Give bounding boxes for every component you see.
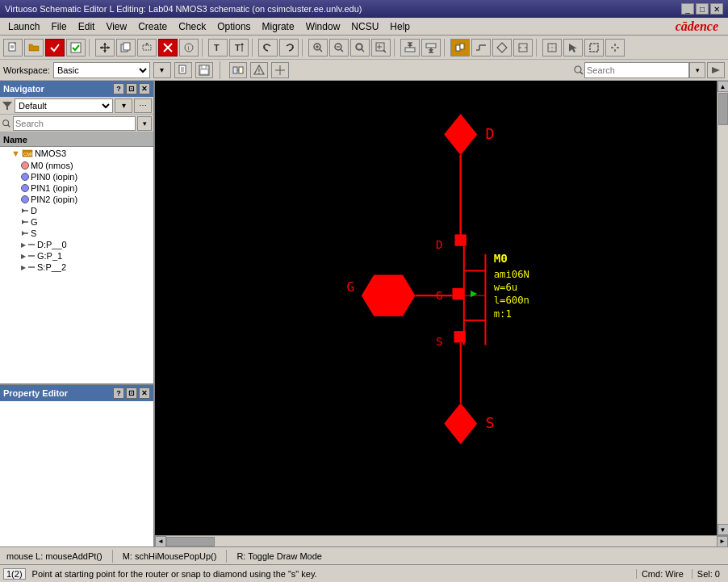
menu-edit[interactable]: Edit: [73, 19, 100, 34]
ws-bind-btn[interactable]: [229, 62, 247, 78]
workspace-label: Workspace:: [3, 65, 50, 75]
hierarchy-up-btn[interactable]: [400, 39, 420, 57]
menu-view[interactable]: View: [101, 19, 132, 34]
menu-file[interactable]: File: [46, 19, 71, 34]
svg-text:T: T: [214, 43, 220, 52]
pe-close-btn[interactable]: ✕: [139, 387, 150, 399]
svg-rect-73: [233, 67, 237, 73]
hierarchy-down-btn[interactable]: [421, 39, 441, 57]
text-btn[interactable]: T: [208, 39, 228, 57]
undo-btn[interactable]: [258, 39, 278, 57]
scroll-right-btn[interactable]: ►: [717, 536, 728, 547]
snap-btn[interactable]: [542, 39, 562, 57]
zoom-fit-btn[interactable]: [350, 39, 370, 57]
scroll-thumb-v[interactable]: [718, 93, 728, 125]
save-btn[interactable]: [45, 39, 65, 57]
tree-item-d[interactable]: D: [0, 205, 153, 216]
deselect-btn[interactable]: [605, 39, 625, 57]
trans-l: l=600n: [494, 295, 529, 306]
new-file-btn[interactable]: [3, 39, 23, 57]
search-dropdown-btn[interactable]: ▾: [689, 62, 705, 78]
property-editor-title-bar: Property Editor ? ⊡ ✕: [0, 385, 153, 401]
nav-search-drop-btn[interactable]: ▾: [137, 116, 152, 131]
navigator-help-btn[interactable]: ?: [113, 83, 124, 94]
net-arrow-sp2: ▶: [21, 264, 26, 271]
pe-float-btn[interactable]: ⊡: [126, 387, 137, 399]
attach-btn[interactable]: [450, 39, 470, 57]
menu-options[interactable]: Options: [212, 19, 255, 34]
ws-highlight-btn[interactable]: [250, 62, 268, 78]
search-go-btn[interactable]: [707, 62, 725, 78]
copy-btn[interactable]: [116, 39, 136, 57]
tree-item-s[interactable]: S: [0, 228, 153, 239]
sep3: [252, 39, 255, 57]
zoom-area-btn[interactable]: [371, 39, 391, 57]
tree-item-pin1[interactable]: PIN1 (iopin): [0, 182, 153, 194]
menu-launch[interactable]: Launch: [3, 19, 44, 34]
scroll-left-btn[interactable]: ◄: [155, 536, 166, 547]
tree-item-g[interactable]: G: [0, 216, 153, 228]
tree-item-nmos3[interactable]: ▼ CMP NMOS3: [0, 147, 153, 160]
workspace-bar: Workspace: Basic Advanced ▾ ▾: [0, 60, 728, 81]
zoom-out-btn[interactable]: [329, 39, 349, 57]
menu-help[interactable]: Help: [385, 19, 415, 34]
select-btn[interactable]: [584, 39, 604, 57]
check-all-btn[interactable]: [66, 39, 86, 57]
filter-select[interactable]: Default: [15, 98, 113, 113]
move-btn[interactable]: [95, 39, 115, 57]
tree-item-pin0[interactable]: PIN0 (iopin): [0, 171, 153, 182]
maximize-btn[interactable]: □: [696, 3, 709, 15]
cursor-btn[interactable]: [563, 39, 583, 57]
filter-more-btn[interactable]: ⋯: [134, 98, 152, 113]
tree-item-gp1[interactable]: ▶ G:P_1: [0, 250, 153, 262]
tree-item-m0[interactable]: M0 (nmos): [0, 160, 153, 171]
schematic-canvas[interactable]: D G: [155, 81, 717, 535]
minimize-btn[interactable]: _: [681, 3, 694, 15]
nav-search-input[interactable]: [13, 116, 136, 131]
open-file-btn[interactable]: [24, 39, 44, 57]
status-bar1: mouse L: mouseAddPt() M: schHiMousePopUp…: [0, 546, 728, 564]
scroll-up-btn[interactable]: ▲: [718, 81, 729, 92]
pe-help-btn[interactable]: ?: [113, 387, 124, 399]
tree-scroll[interactable]: ▼ CMP NMOS3 M0 (nmos) PIN0 (iopin): [0, 147, 153, 383]
svg-rect-0: [9, 43, 15, 51]
delete-obj-btn[interactable]: [158, 39, 178, 57]
svg-point-85: [3, 119, 9, 125]
filter-drop-btn[interactable]: ▾: [115, 98, 132, 113]
svg-marker-83: [712, 67, 720, 73]
ws-arrow-btn[interactable]: ▾: [153, 62, 171, 78]
menu-migrate[interactable]: Migrate: [257, 19, 299, 34]
scroll-thumb-h[interactable]: [166, 537, 215, 546]
navigator-close-btn[interactable]: ✕: [139, 83, 150, 94]
search-input[interactable]: [584, 62, 689, 78]
menu-check[interactable]: Check: [174, 19, 211, 34]
ws-save-btn[interactable]: [195, 62, 213, 78]
inst-btn[interactable]: [513, 39, 533, 57]
pin-btn[interactable]: [492, 39, 512, 57]
tree-item-dp0[interactable]: ▶ D:P__0: [0, 239, 153, 250]
close-btn[interactable]: ✕: [710, 3, 723, 15]
sep7: [536, 39, 539, 57]
menu-ncsu[interactable]: NCSU: [346, 19, 383, 34]
cadence-logo: cādence: [676, 19, 725, 34]
tree-item-sp2[interactable]: ▶ S:P__2: [0, 262, 153, 273]
tree-item-pin2[interactable]: PIN2 (iopin): [0, 194, 153, 205]
stretch-btn[interactable]: [137, 39, 157, 57]
zoom-in-btn[interactable]: [308, 39, 328, 57]
menu-create[interactable]: Create: [133, 19, 172, 34]
property-btn[interactable]: i: [179, 39, 199, 57]
s-pin-diamond: [444, 403, 477, 444]
text-up-btn[interactable]: T: [229, 39, 249, 57]
status-cmd: Cmd: Wire: [636, 569, 688, 579]
ws-probe-btn[interactable]: [271, 62, 289, 78]
svg-rect-39: [405, 48, 415, 52]
menu-window[interactable]: Window: [301, 19, 345, 34]
wire-btn[interactable]: [471, 39, 491, 57]
status-mouse-l: mouse L: mouseAddPt(): [3, 551, 106, 561]
svg-point-78: [258, 73, 260, 74]
scroll-down-btn[interactable]: ▼: [718, 524, 729, 535]
workspace-select[interactable]: Basic Advanced: [53, 62, 150, 78]
redo-btn[interactable]: [279, 39, 299, 57]
ws-page-btn[interactable]: [174, 62, 192, 78]
navigator-float-btn[interactable]: ⊡: [126, 83, 137, 94]
